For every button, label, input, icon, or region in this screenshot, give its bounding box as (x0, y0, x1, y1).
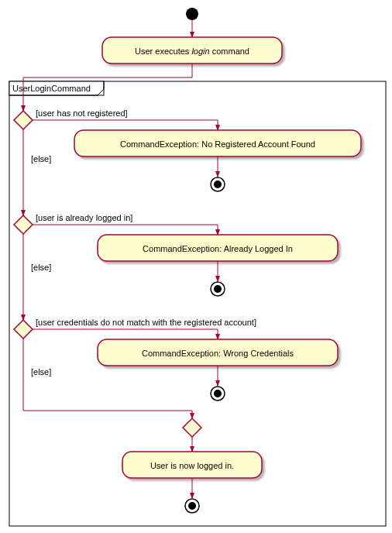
decision-3 (14, 320, 33, 339)
decision-3-else: [else] (31, 367, 51, 377)
decision-2-else: [else] (31, 263, 51, 272)
exception-1-label: CommandException: No Registered Account … (120, 139, 315, 149)
svg-point-12 (214, 285, 222, 293)
svg-point-23 (188, 502, 196, 510)
decision-2 (14, 215, 33, 234)
decision-1 (14, 111, 33, 129)
final-activity-label: User is now logged in. (150, 461, 234, 470)
activity-diagram: User executes login command UserLoginCom… (0, 0, 392, 533)
merge-node (183, 418, 201, 437)
svg-point-17 (214, 390, 222, 397)
partition-title: UserLoginCommand (12, 84, 91, 93)
exception-2-label: CommandException: Already Logged In (143, 244, 293, 253)
svg-point-7 (214, 181, 222, 188)
decision-2-cond: [user is already logged in] (36, 213, 132, 222)
initial-node (186, 8, 198, 20)
decision-1-else: [else] (31, 154, 51, 163)
decision-1-cond: [user has not registered] (36, 108, 128, 118)
exception-3-label: CommandException: Wrong Credentials (142, 349, 294, 358)
start-activity-label: User executes login command (135, 46, 249, 56)
decision-3-cond: [user credentials do not match with the … (36, 318, 256, 327)
